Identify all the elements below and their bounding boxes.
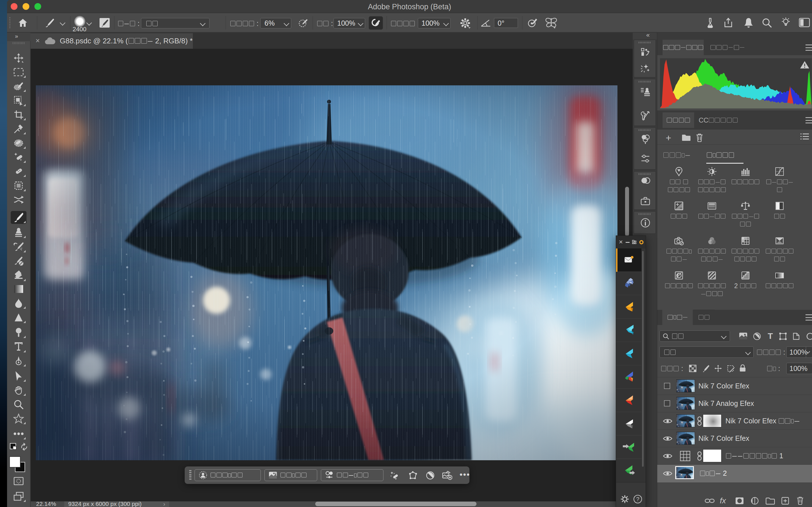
svg-text:?: ? [636, 496, 639, 502]
